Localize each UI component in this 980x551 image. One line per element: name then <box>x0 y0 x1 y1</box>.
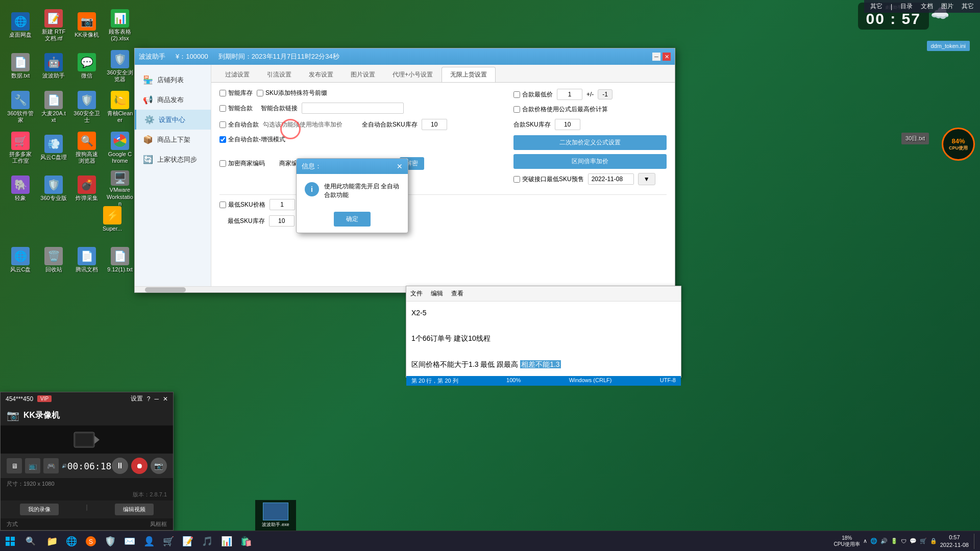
taskbar-start-button[interactable] <box>0 531 20 552</box>
sidebar-item-settings[interactable]: ⚙️ 设置中心 <box>135 110 211 130</box>
min-sku-price-checkbox[interactable]: 最低SKU价格 <box>219 201 265 209</box>
min-price-value-input[interactable] <box>557 89 582 100</box>
dialog-confirm-button[interactable]: 确定 <box>334 212 371 227</box>
taskbar-tray-expand[interactable]: ∧ <box>863 538 867 544</box>
ddm-file[interactable]: ddm_token.ini <box>927 41 970 51</box>
taskbar-app-new-excel[interactable]: 📊 <box>217 532 236 550</box>
encrypt-merchant-input[interactable] <box>219 160 226 167</box>
kk-photo-btn[interactable]: 📷 <box>151 458 167 474</box>
editor-menu-view[interactable]: 查看 <box>451 289 463 298</box>
desktop-icon-wind[interactable]: 💨 风云C盘理 <box>38 128 69 168</box>
sku-prefix-checkbox[interactable]: SKU添加特殊符号前缀 <box>257 89 327 97</box>
breakthrough-date-input[interactable] <box>588 173 634 185</box>
minimize-button[interactable]: ─ <box>652 53 660 61</box>
tab-publish[interactable]: 发布设置 <box>300 67 342 82</box>
min-sku-price-value[interactable] <box>270 199 295 210</box>
sidebar-item-store-list[interactable]: 🏪 店铺列表 <box>135 70 211 90</box>
kk-screen-btn[interactable]: 🖥 <box>7 458 22 473</box>
desktop-icon-sogou[interactable]: 🔍 搜狗高速浏览器 <box>71 128 102 168</box>
tab-filter[interactable]: 过滤设置 <box>216 67 258 82</box>
auto-price-checkbox[interactable]: 全自动合款 <box>219 120 259 129</box>
sidebar-item-sync[interactable]: 🔄 上家状态同步 <box>135 149 211 169</box>
taskbar-app-pdd[interactable]: 🛍️ <box>237 532 255 550</box>
min-sku-price-input[interactable] <box>219 202 226 208</box>
kk-minimize-icon[interactable]: ─ <box>154 395 159 403</box>
auto-price-enhanced-checkbox[interactable]: 全自动合款-增强模式 <box>219 135 285 144</box>
sidebar-item-product-publish[interactable]: 📢 商品发布 <box>135 90 211 110</box>
min-price-checkbox[interactable]: 合款最低价 <box>513 90 553 99</box>
taskbar-wechat-tray[interactable]: 💬 <box>910 538 917 544</box>
desktop-icon-light[interactable]: 🐘 轻象 <box>5 168 36 209</box>
breakthrough-dropdown[interactable]: ▼ <box>638 173 655 185</box>
desktop-icon-360pro[interactable]: 🛡️ 360专业版 <box>38 168 69 209</box>
taskbar-datetime[interactable]: 0:57 2022-11-08 <box>940 534 969 548</box>
minus-button[interactable]: -1 <box>598 89 612 99</box>
kk-record-btn[interactable]: ⏺ <box>131 458 148 474</box>
kk-pause-btn[interactable]: ⏸ <box>112 458 128 474</box>
desktop-file-icon[interactable]: 30日.txt <box>901 133 929 144</box>
second-price-button[interactable]: 二次加价定义公式设置 <box>513 135 667 150</box>
desktop-icon-360manager[interactable]: 🔧 360软件管家 <box>5 87 36 128</box>
kk-settings-label[interactable]: 设置 <box>131 394 143 403</box>
taskbar-app-file[interactable]: 📁 <box>43 532 61 550</box>
kk-my-recordings-btn[interactable]: 我的录像 <box>20 504 59 515</box>
taskbar-app-music[interactable]: 🎵 <box>198 532 216 550</box>
taskbar-search-button[interactable]: 🔍 <box>20 531 41 552</box>
smart-price-link-input[interactable] <box>302 103 404 114</box>
desktop-icon-bomb[interactable]: 💣 炸弹采集 <box>71 168 102 209</box>
desktop-icon-disk[interactable]: 🌐 桌面网盘 <box>5 5 36 46</box>
taskbar-app-wps[interactable]: 📝 <box>179 532 197 550</box>
desktop-icon-recycle[interactable]: 🗑️ 回收站 <box>38 240 69 281</box>
desktop-icon-kk[interactable]: 📷 KK录像机 <box>71 5 102 46</box>
desktop-icon-pdd[interactable]: 🛒 拼多多家工作室 <box>5 128 36 168</box>
desktop-icon-912[interactable]: 📄 9.12(1).txt <box>105 240 135 281</box>
taskbar-app-360[interactable]: 🛡️ <box>101 532 119 550</box>
min-sku-stock-input[interactable] <box>269 215 295 227</box>
tab-unlimited[interactable]: 无限上货设置 <box>442 67 496 82</box>
range-price-button[interactable]: 区间倍率加价 <box>513 154 667 169</box>
desktop-icon-cleaner[interactable]: 🍋 青柚Cleaner <box>105 87 135 128</box>
show-desktop-button[interactable] <box>974 534 976 549</box>
kk-edit-video-btn[interactable]: 编辑视频 <box>115 504 154 515</box>
min-price-input[interactable] <box>513 91 520 98</box>
desktop-icon-tencent[interactable]: 📄 腾讯文档 <box>71 240 102 281</box>
breakthrough-input[interactable] <box>513 176 520 183</box>
sku-stock-input[interactable] <box>555 119 580 130</box>
smart-stock-input[interactable] <box>219 90 226 96</box>
auto-sku-stock-input[interactable] <box>422 119 447 130</box>
dialog-close-button[interactable]: ✕ <box>397 162 403 170</box>
smart-price-checkbox[interactable]: 智能合款 <box>219 104 253 113</box>
taskbar-app-sougou[interactable]: S <box>82 532 100 550</box>
auto-price-input[interactable] <box>219 121 226 128</box>
tab-quote[interactable]: 引流设置 <box>258 67 300 82</box>
taskbar-app-browser[interactable]: 🌐 <box>62 532 81 550</box>
desktop-icon-wechat[interactable]: 💬 微信 <box>71 46 102 87</box>
formula-checkbox[interactable]: 合款价格使用公式后最高价计算 <box>513 105 608 114</box>
taskbar-volume-icon[interactable]: 🔊 <box>880 538 888 544</box>
desktop-icon-super[interactable]: ⚡ Super... <box>97 204 128 234</box>
desktop-icon-360browser[interactable]: 🛡️ 360安全浏览器 <box>105 46 135 87</box>
desktop-icon-vmware[interactable]: 🖥️ VMware Workstation <box>105 168 135 209</box>
formula-input[interactable] <box>513 106 520 113</box>
kk-close-icon[interactable]: ✕ <box>163 395 168 403</box>
kk-help-icon[interactable]: ? <box>147 395 151 403</box>
desktop-icon-rtf[interactable]: 📝 新建 RTF文档.rtf <box>38 5 69 46</box>
taskbar-app-people[interactable]: 👤 <box>140 532 158 550</box>
taskbar-360-icon[interactable]: 🛡 <box>901 538 906 544</box>
kk-monitor-btn[interactable]: 📺 <box>25 458 40 473</box>
smart-price-input[interactable] <box>219 105 226 112</box>
close-button[interactable]: ✕ <box>663 53 671 61</box>
taskbar-app-store[interactable]: 🛒 <box>159 532 178 550</box>
desktop-icon-chrome[interactable]: Google Chrome <box>105 128 135 168</box>
desktop-icon-360guard[interactable]: 🛡️ 360安全卫士 <box>71 87 102 128</box>
sku-prefix-input[interactable] <box>257 90 263 96</box>
auto-price-enhanced-input[interactable] <box>219 136 226 143</box>
sidebar-item-product-toggle[interactable]: 📦 商品上下架 <box>135 130 211 149</box>
taskbar-pdd-tray[interactable]: 🛒 <box>920 538 927 544</box>
breakthrough-checkbox[interactable]: 突破接口最低SKU预售 <box>513 175 584 184</box>
desktop-icon-txt[interactable]: 📄 数据.txt <box>5 46 36 87</box>
smart-stock-checkbox[interactable]: 智能库存 <box>219 89 253 97</box>
taskbar-app-mail[interactable]: ✉️ <box>120 532 139 550</box>
desktop-icon-wangzhan[interactable]: 🌐 风云C盘 <box>5 240 36 281</box>
desktop-icon-xlsx[interactable]: 📊 顾客表格(2).xlsx <box>105 5 135 46</box>
